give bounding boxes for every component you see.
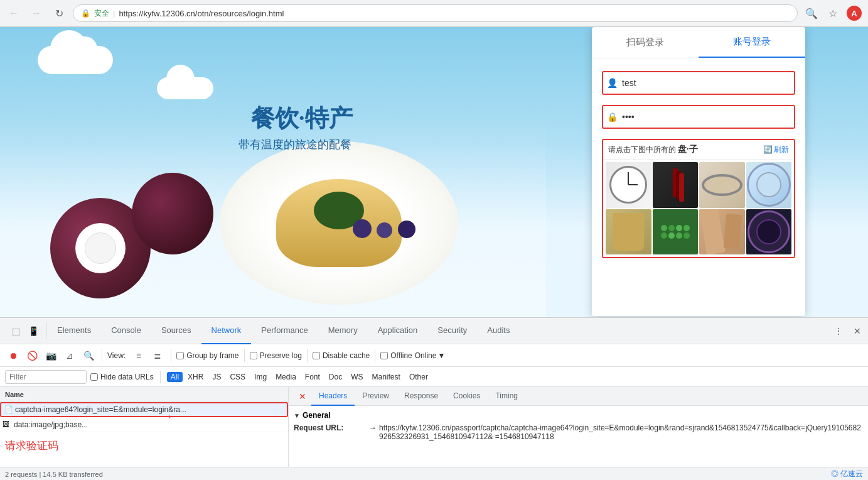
profile-icon-btn[interactable]: A (845, 4, 863, 22)
tab-security[interactable]: Security (427, 318, 477, 344)
detail-tab-cookies[interactable]: Cookies (446, 387, 488, 406)
detail-tab-preview[interactable]: Preview (355, 387, 397, 406)
url-text: https://kyfw.12306.cn/otn/resources/logi… (119, 9, 284, 18)
password-input[interactable] (602, 105, 795, 129)
captcha-cell-plank[interactable] (699, 209, 745, 255)
devtools-more-btn[interactable]: ⋮ (830, 323, 847, 339)
tab-elements[interactable]: Elements (47, 318, 101, 344)
network-row-captcha[interactable]: 📄 captcha-image64?login_site=E&module=lo… (0, 402, 288, 417)
preserve-log-label[interactable]: Preserve log (250, 351, 302, 360)
offline-label[interactable]: Offline (380, 351, 412, 360)
general-section-title: ▼ General (294, 411, 863, 420)
secure-label: 安全 (94, 8, 109, 19)
filter-btn[interactable]: ⊿ (62, 347, 78, 364)
disable-cache-label[interactable]: Disable cache (313, 351, 370, 360)
group-by-frame-checkbox[interactable] (176, 352, 184, 359)
detail-tab-headers[interactable]: Headers (311, 387, 355, 406)
devtools-inspect-btn[interactable]: ⬚ (8, 323, 24, 339)
triangle-icon: ▼ (294, 412, 300, 419)
filter-input[interactable] (5, 370, 87, 384)
detail-tab-response[interactable]: Response (397, 387, 446, 406)
devtools-device-btn[interactable]: 📱 (25, 323, 41, 339)
captcha-cell-plate2[interactable] (746, 209, 792, 255)
clock-face (609, 166, 647, 204)
hide-data-urls-text: Hide data URLs (100, 373, 154, 381)
address-bar[interactable]: 🔒 安全 | https://kyfw.12306.cn/otn/resourc… (73, 4, 798, 22)
filter-doc[interactable]: Doc (325, 372, 346, 382)
filter-all[interactable]: All (167, 372, 183, 382)
username-input[interactable] (602, 71, 795, 95)
devtools-toolbar: ⏺ 🚫 📷 ⊿ 🔍 View: ≡ ≣ Group by frame Prese… (0, 344, 868, 367)
arrow-icon: → (369, 423, 379, 441)
tab-network[interactable]: Network (201, 318, 252, 344)
captcha-cell-peas[interactable] (653, 209, 699, 255)
nav-icons: 🔍 ☆ A (803, 4, 863, 22)
request-annotation: 请求验证码 (0, 439, 288, 453)
password-input-wrapper: 🔒 (602, 105, 795, 129)
filter-font[interactable]: Font (301, 372, 324, 382)
browser-chrome: ← → ↻ 🔒 安全 | https://kyfw.12306.cn/otn/r… (0, 0, 868, 27)
request-annotation-text: 请求验证码 (5, 439, 58, 453)
tab-application[interactable]: Application (368, 318, 428, 344)
separator-5 (375, 349, 375, 362)
filter-xhr[interactable]: XHR (184, 372, 207, 382)
filter-js[interactable]: JS (208, 372, 225, 382)
group-by-frame-label[interactable]: Group by frame (176, 351, 238, 360)
name-column-header: Name (5, 391, 24, 398)
filter-other[interactable]: Other (405, 372, 432, 382)
list-view-btn[interactable]: ≡ (131, 347, 147, 364)
devtools-close-btn[interactable]: ✕ (849, 323, 865, 339)
search-icon-btn[interactable]: 🔍 (803, 4, 820, 22)
captcha-cell-clock[interactable] (606, 162, 651, 208)
blueberries (351, 218, 417, 242)
online-dropdown[interactable]: Online ▼ (415, 351, 446, 360)
devtools-end-buttons: ⋮ ✕ (830, 323, 865, 339)
tab-audits[interactable]: Audits (477, 318, 520, 344)
group-by-frame-text: Group by frame (186, 351, 238, 360)
filter-media[interactable]: Media (272, 372, 300, 382)
captcha-cell-bowl[interactable] (699, 162, 745, 208)
back-button[interactable]: ← (5, 4, 23, 22)
devtools-panel: ⬚ 📱 Elements Console Sources Network Per… (0, 317, 868, 480)
clear-btn[interactable]: 🚫 (24, 347, 40, 364)
tab-memory[interactable]: Memory (318, 318, 368, 344)
detail-content: ▼ General Request URL: → https://kyfw.12… (289, 406, 868, 467)
captcha-cell-wine[interactable] (653, 162, 699, 208)
tab-account-login[interactable]: 账号登录 (699, 27, 805, 58)
tab-console[interactable]: Console (101, 318, 151, 344)
waterfall-view-btn[interactable]: ≣ (149, 347, 166, 364)
disable-cache-checkbox[interactable] (313, 352, 320, 359)
filter-ws[interactable]: WS (347, 372, 367, 382)
camera-btn[interactable]: 📷 (43, 347, 59, 364)
forward-button[interactable]: → (28, 4, 45, 22)
separator-1 (102, 349, 102, 362)
refresh-button[interactable]: 🔄 刷新 (763, 145, 789, 155)
network-row-name-captcha: captcha-image64?login_site=E&module=logi… (15, 405, 284, 414)
offline-checkbox[interactable] (380, 352, 388, 359)
tab-sources[interactable]: Sources (151, 318, 201, 344)
preserve-log-checkbox[interactable] (250, 352, 257, 359)
detail-tab-timing[interactable]: Timing (488, 387, 525, 406)
refresh-button[interactable]: ↻ (50, 4, 68, 22)
captcha-bold-char: 盘·子 (678, 145, 698, 154)
nav-bar: ← → ↻ 🔒 安全 | https://kyfw.12306.cn/otn/r… (0, 0, 868, 26)
network-row-data[interactable]: 🖼 data:image/jpg;base... (0, 417, 288, 432)
request-url-label: Request URL: (294, 423, 369, 441)
detail-close-x[interactable]: ✕ (294, 391, 311, 401)
captcha-box: 请点击下图中所有的 盘·子 🔄 刷新 (602, 139, 795, 258)
status-requests: 2 requests | 14.5 KB transferred (5, 471, 103, 478)
hide-data-urls-checkbox[interactable] (90, 373, 98, 381)
filter-manifest[interactable]: Manifest (368, 372, 404, 382)
star-icon-btn[interactable]: ☆ (824, 4, 842, 22)
tab-performance[interactable]: Performance (251, 318, 318, 344)
record-btn[interactable]: ⏺ (5, 347, 21, 364)
tab-qr-login[interactable]: 扫码登录 (592, 27, 699, 58)
captcha-cell-bag[interactable] (606, 209, 651, 255)
captcha-row: 请点击下图中所有的 盘·子 🔄 刷新 (602, 139, 795, 258)
captcha-cell-dish[interactable] (746, 162, 792, 208)
hide-data-urls-label[interactable]: Hide data URLs (90, 373, 154, 381)
filter-css[interactable]: CSS (226, 372, 249, 382)
filter-bar: Hide data URLs All XHR JS CSS Img Media … (0, 367, 868, 387)
filter-img[interactable]: Img (250, 372, 271, 382)
search-btn[interactable]: 🔍 (80, 347, 97, 364)
